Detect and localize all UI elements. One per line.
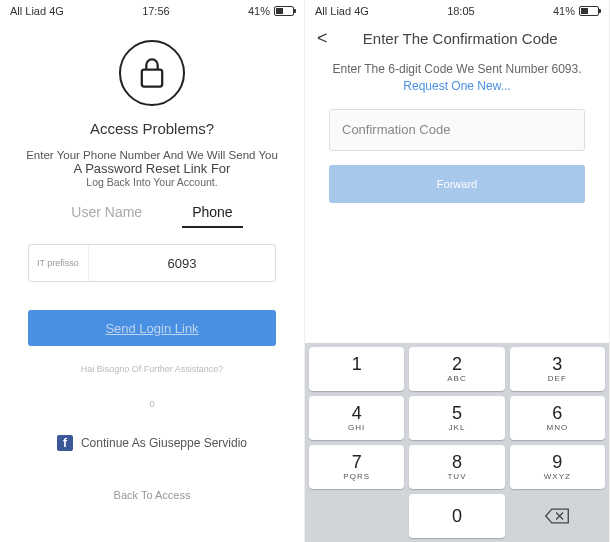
key-1[interactable]: 1 [309, 347, 404, 391]
key-5[interactable]: 5JKL [409, 396, 504, 440]
key-8[interactable]: 8TUV [409, 445, 504, 489]
tab-username[interactable]: User Name [61, 198, 152, 228]
tab-phone[interactable]: Phone [182, 198, 242, 228]
back-button[interactable]: < [317, 28, 328, 49]
facebook-icon: f [57, 435, 73, 451]
status-bar: All Liad 4G 18:05 41% [305, 0, 609, 22]
svg-rect-0 [142, 70, 162, 87]
header: < Enter The Confirmation Code [305, 22, 609, 55]
page-title: Access Problems? [0, 120, 304, 137]
screen-confirmation-code: All Liad 4G 18:05 41% < Enter The Confir… [305, 0, 610, 542]
back-to-access-link[interactable]: Back To Access [0, 489, 304, 501]
phone-input-row[interactable]: IT prefisso 6093 [28, 244, 276, 282]
carrier-label: All Liad 4G [315, 5, 369, 17]
instruction-line: Enter The 6-digit Code We Sent Number 60… [305, 55, 609, 95]
key-6[interactable]: 6MNO [510, 396, 605, 440]
subtitle-line2: A Password Reset Link For [0, 161, 304, 176]
forward-button[interactable]: Forward [329, 165, 585, 203]
send-login-link-button[interactable]: Send Login Link [28, 310, 276, 346]
carrier-label: All Liad 4G [10, 5, 64, 17]
phone-number-input[interactable]: 6093 [89, 256, 275, 271]
confirmation-code-input[interactable]: Confirmation Code [329, 109, 585, 151]
battery-percent: 41% [248, 5, 270, 17]
key-0[interactable]: 0 [409, 494, 504, 538]
divider-or: o [0, 398, 304, 409]
facebook-label: Continue As Giuseppe Servidio [81, 436, 247, 450]
key-3[interactable]: 3DEF [510, 347, 605, 391]
key-4[interactable]: 4GHI [309, 396, 404, 440]
request-new-link[interactable]: Request One New... [403, 79, 510, 93]
key-blank [309, 494, 404, 538]
tabs: User Name Phone [0, 198, 304, 228]
phone-prefix[interactable]: IT prefisso [29, 245, 89, 281]
continue-as-facebook[interactable]: f Continue As Giuseppe Servidio [0, 435, 304, 451]
screen-access-problems: All Liad 4G 17:56 41% Access Problems? E… [0, 0, 305, 542]
status-bar: All Liad 4G 17:56 41% [0, 0, 304, 22]
status-time: 18:05 [447, 5, 475, 17]
lock-icon [119, 40, 185, 106]
page-title: Enter The Confirmation Code [344, 30, 577, 47]
subtitle-line3: Log Back Into Your Account. [0, 176, 304, 188]
subtitle-line1: Enter Your Phone Number And We Will Send… [0, 149, 304, 161]
status-time: 17:56 [142, 5, 170, 17]
battery-icon [579, 6, 599, 16]
further-assistance-link[interactable]: Hai Bisogno Of Further Assistance? [0, 364, 304, 374]
key-9[interactable]: 9WXYZ [510, 445, 605, 489]
numeric-keypad: 1 2ABC 3DEF 4GHI 5JKL 6MNO 7PQRS 8TUV 9W… [305, 343, 609, 542]
backspace-icon [544, 507, 570, 525]
key-7[interactable]: 7PQRS [309, 445, 404, 489]
battery-percent: 41% [553, 5, 575, 17]
battery-icon [274, 6, 294, 16]
key-backspace[interactable] [510, 494, 605, 538]
key-2[interactable]: 2ABC [409, 347, 504, 391]
